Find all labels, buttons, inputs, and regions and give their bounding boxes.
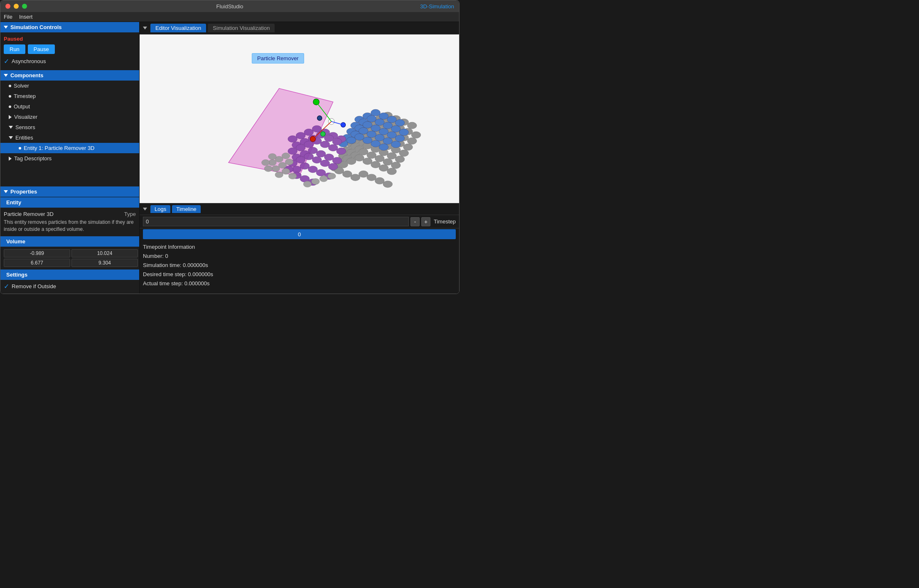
comp-output-label: Output [14, 103, 30, 110]
sim-control-buttons: Run Pause [4, 44, 136, 54]
svg-point-48 [395, 156, 405, 162]
comp-sensors[interactable]: Sensors [0, 122, 139, 132]
tab-timeline[interactable]: Timeline [172, 205, 201, 213]
svg-point-8 [407, 122, 417, 129]
entity-name-row: Particle Remover 3D Type [4, 211, 136, 217]
run-button[interactable]: Run [4, 44, 25, 54]
window-controls [5, 4, 27, 9]
timestep-dot-icon [9, 95, 11, 98]
titlebar: FluidStudio 3D-Simulation [0, 0, 459, 12]
sim-controls-label: Simulation Controls [10, 24, 62, 30]
svg-point-94 [359, 127, 368, 134]
svg-point-84 [399, 129, 409, 135]
svg-point-119 [296, 145, 305, 151]
svg-point-56 [391, 162, 401, 169]
timeline-bar[interactable]: 0 [143, 229, 456, 239]
settings-section-header[interactable]: Settings [0, 270, 139, 280]
vol-y2-input[interactable] [71, 259, 138, 267]
comp-solver[interactable]: Solver [0, 81, 139, 91]
svg-point-130 [332, 157, 342, 164]
properties-panel: Entity Particle Remover 3D Type This ent… [0, 197, 139, 294]
svg-point-167 [321, 132, 325, 136]
svg-point-40 [399, 150, 409, 157]
svg-point-66 [342, 171, 352, 177]
svg-point-71 [383, 181, 393, 187]
svg-point-127 [308, 147, 318, 154]
entity-name-value: Particle Remover 3D [4, 211, 54, 217]
svg-point-140 [316, 169, 326, 176]
menu-file[interactable]: File [4, 14, 12, 20]
minimize-button[interactable] [14, 4, 19, 9]
volume-section-header[interactable]: Volume [0, 236, 139, 247]
comp-output[interactable]: Output [0, 101, 139, 112]
svg-point-149 [272, 166, 280, 172]
timestep-plus-button[interactable]: + [421, 217, 430, 226]
particle-remover-label: Particle Remover [252, 53, 304, 64]
maximize-button[interactable] [22, 4, 27, 9]
svg-point-88 [371, 125, 381, 132]
properties-header[interactable]: Properties [0, 186, 139, 197]
svg-point-134 [312, 157, 322, 163]
timestep-row: - + Timestep [140, 215, 459, 228]
svg-point-82 [383, 122, 393, 129]
viz-viewport[interactable]: Particle Remover [140, 34, 459, 203]
sim-controls-collapse-icon[interactable] [4, 26, 8, 29]
svg-point-106 [296, 132, 305, 139]
tab-logs[interactable]: Logs [150, 205, 170, 213]
svg-point-98 [391, 141, 401, 148]
components-header[interactable]: Components [0, 70, 139, 81]
tab-sim-viz[interactable]: Simulation Visualization [208, 24, 275, 32]
actual-step-label: Actual time step: 0.000000s [143, 279, 456, 288]
svg-point-156 [262, 159, 270, 166]
left-panel: Simulation Controls Paused Run Pause ✓ A… [0, 22, 140, 294]
vol-y1-input[interactable] [71, 249, 138, 257]
comp-tag-descriptors[interactable]: Tag Descriptors [0, 153, 139, 164]
entity-body: Particle Remover 3D Type This entity rem… [0, 208, 139, 236]
comp-entities[interactable]: Entities [0, 132, 139, 143]
sim-time-label: Simulation time: 0.000000s [143, 261, 456, 270]
entity-section-header[interactable]: Entity [0, 197, 139, 208]
svg-point-24 [407, 137, 417, 144]
properties-label: Properties [10, 189, 37, 195]
svg-point-133 [304, 153, 314, 160]
svg-point-53 [367, 152, 376, 159]
svg-point-68 [359, 171, 368, 177]
components-list: Solver Timestep Output Visualizer Sensor… [0, 81, 139, 186]
comp-visualizer[interactable]: Visualizer [0, 112, 139, 122]
comp-entity1-label: Entity 1: Particle Remover 3D [24, 145, 95, 151]
vol-x1-input[interactable] [4, 249, 70, 257]
comp-timestep[interactable]: Timestep [0, 91, 139, 101]
tab-editor-viz[interactable]: Editor Visualization [150, 24, 206, 32]
svg-point-70 [375, 177, 384, 184]
comp-entity1[interactable]: Entity 1: Particle Remover 3D [0, 143, 139, 153]
sim-controls-body: Paused Run Pause ✓ Asynchronous [0, 32, 139, 70]
viz-tabs: Editor Visualization Simulation Visualiz… [140, 22, 459, 34]
svg-point-117 [332, 138, 342, 145]
svg-point-155 [268, 154, 276, 160]
vol-x2-input[interactable] [4, 259, 70, 267]
timepoint-title: Timepoint Information [143, 243, 456, 252]
pause-button[interactable]: Pause [28, 44, 55, 54]
svg-point-102 [363, 137, 372, 144]
comp-tag-descriptors-label: Tag Descriptors [14, 155, 52, 162]
timestep-minus-button[interactable]: - [410, 217, 420, 226]
svg-point-153 [282, 168, 290, 174]
svg-point-80 [367, 115, 376, 122]
svg-point-166 [317, 116, 322, 120]
svg-point-108 [312, 125, 322, 132]
number-label: Number: 0 [143, 252, 456, 261]
close-button[interactable] [5, 4, 10, 9]
comp-solver-label: Solver [14, 83, 29, 89]
svg-point-64 [387, 168, 397, 175]
svg-point-138 [300, 163, 310, 169]
svg-point-123 [328, 145, 338, 151]
svg-point-135 [320, 160, 330, 167]
svg-point-104 [379, 144, 388, 150]
menu-insert[interactable]: Insert [19, 14, 33, 20]
solver-dot-icon [9, 85, 11, 87]
timestep-input[interactable] [143, 217, 409, 226]
settings-section-label: Settings [6, 272, 27, 278]
svg-point-148 [282, 153, 290, 159]
svg-point-90 [387, 132, 397, 138]
timepoint-info: Timepoint Information Number: 0 Simulati… [140, 240, 459, 291]
